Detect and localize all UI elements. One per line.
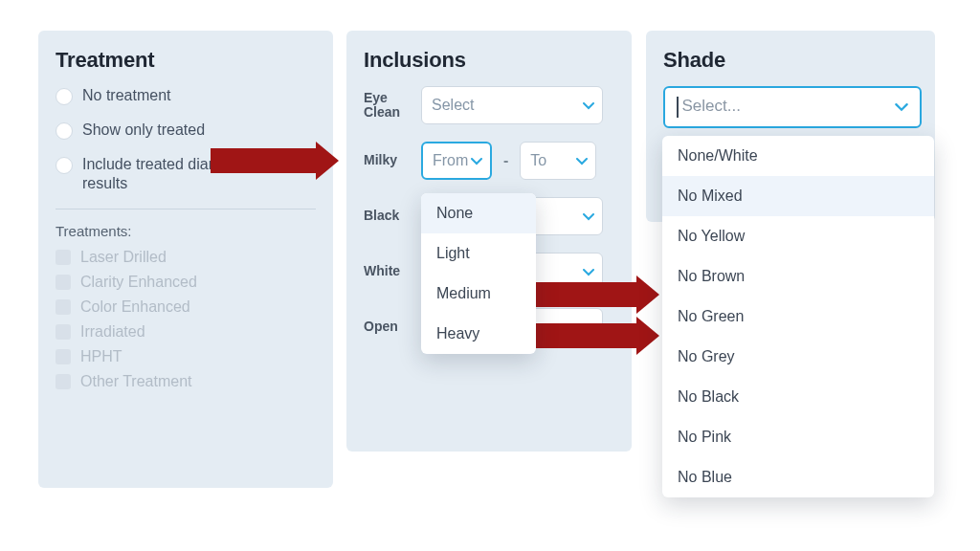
checkbox-icon [56, 324, 71, 340]
checkbox-icon [56, 275, 71, 290]
shade-options-menu: None/White No Mixed No Yellow No Brown N… [662, 136, 934, 497]
check-color-enhanced[interactable]: Color Enhanced [56, 298, 316, 316]
row-eye-clean: Eye Clean Select [364, 86, 614, 124]
check-label: Irradiated [80, 323, 145, 341]
option-no-blue[interactable]: No Blue [662, 457, 934, 497]
check-label: HPHT [80, 348, 122, 365]
radio-dot-icon [56, 122, 73, 140]
shade-title: Shade [663, 48, 918, 73]
option-none[interactable]: None [421, 193, 536, 233]
option-no-black[interactable]: No Black [662, 377, 934, 417]
radio-show-only-treated[interactable]: Show only treated [56, 121, 316, 140]
option-none-white[interactable]: None/White [662, 136, 934, 176]
checkbox-icon [56, 374, 71, 389]
check-laser-drilled[interactable]: Laser Drilled [56, 249, 316, 266]
chevron-down-icon [583, 269, 592, 275]
treatment-panel: Treatment No treatment Show only treated… [38, 31, 333, 488]
option-no-grey[interactable]: No Grey [662, 337, 934, 377]
check-label: Clarity Enhanced [80, 274, 197, 291]
divider [56, 209, 316, 209]
option-no-green[interactable]: No Green [662, 297, 934, 337]
select-value: Select [432, 97, 474, 114]
select-placeholder: Select... [677, 97, 741, 118]
text-cursor-icon [677, 97, 679, 118]
row-label: Open [364, 320, 412, 334]
milky-to-select[interactable]: To [520, 142, 596, 180]
chevron-down-icon [583, 213, 592, 219]
radio-include-treated[interactable]: Include treated diamonds in results [56, 155, 316, 193]
treatment-title: Treatment [56, 48, 316, 73]
check-label: Laser Drilled [80, 249, 167, 266]
option-heavy[interactable]: Heavy [421, 314, 536, 354]
option-no-mixed[interactable]: No Mixed [662, 176, 934, 216]
chevron-down-icon [583, 324, 592, 330]
radio-dot-icon [56, 157, 73, 174]
milky-from-select[interactable]: From [421, 142, 492, 180]
select-value: From [433, 152, 468, 169]
row-label: Milky [364, 153, 412, 167]
range-dash: - [501, 152, 510, 169]
shade-select[interactable]: Select... [663, 86, 922, 128]
row-milky: Milky From - To [364, 142, 614, 180]
check-label: Color Enhanced [80, 298, 190, 316]
option-medium[interactable]: Medium [421, 274, 536, 314]
chevron-down-icon [471, 158, 480, 164]
radio-label: No treatment [82, 86, 170, 105]
chevron-down-icon [583, 102, 592, 108]
checkbox-icon [56, 250, 71, 265]
option-no-pink[interactable]: No Pink [662, 417, 934, 457]
radio-dot-icon [56, 88, 73, 105]
row-label: Black [364, 209, 412, 223]
check-clarity-enhanced[interactable]: Clarity Enhanced [56, 274, 316, 291]
inclusions-title: Inclusions [364, 48, 614, 73]
radio-no-treatment[interactable]: No treatment [56, 86, 316, 105]
milky-options-menu: None Light Medium Heavy [421, 193, 536, 354]
treatments-subhead: Treatments: [56, 223, 316, 239]
select-value: To [530, 152, 546, 169]
check-irradiated[interactable]: Irradiated [56, 323, 316, 341]
chevron-down-icon [895, 103, 908, 112]
row-label: Eye Clean [364, 91, 412, 121]
check-hpht[interactable]: HPHT [56, 348, 316, 365]
check-label: Other Treatment [80, 373, 192, 390]
row-label: White [364, 264, 412, 278]
radio-label: Show only treated [82, 121, 205, 140]
chevron-down-icon [576, 158, 586, 164]
option-no-yellow[interactable]: No Yellow [662, 216, 934, 256]
option-light[interactable]: Light [421, 233, 536, 274]
check-other-treatment[interactable]: Other Treatment [56, 373, 316, 390]
checkbox-icon [56, 299, 71, 315]
eye-clean-select[interactable]: Select [421, 86, 603, 124]
select-placeholder-text: Select... [682, 97, 741, 115]
option-no-brown[interactable]: No Brown [662, 256, 934, 297]
radio-label: Include treated diamonds in results [82, 155, 316, 193]
checkbox-icon [56, 349, 71, 364]
